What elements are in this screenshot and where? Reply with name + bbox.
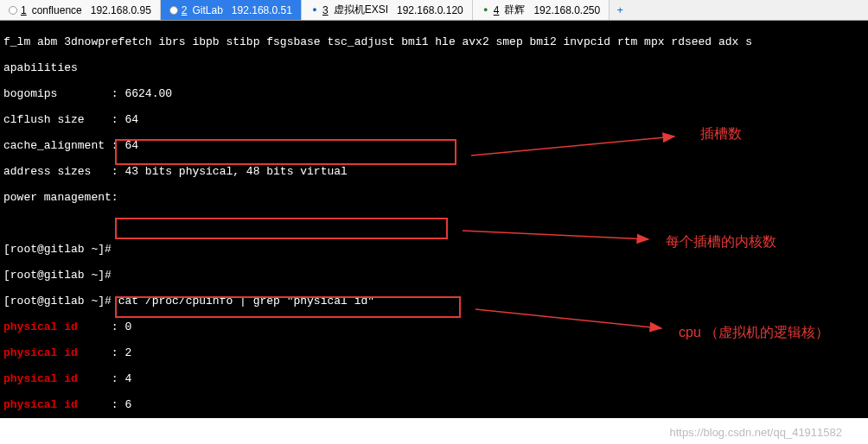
cpu-flags-line: f_lm abm 3dnowprefetch ibrs ibpb stibp f… [3,35,865,48]
physid-row: physical id : 4 [3,372,865,385]
tab-confluence[interactable]: 1 confluence 192.168.0.95 [0,0,161,20]
watermark: https://blog.csdn.net/qq_41911582 [670,426,843,439]
tab-exsi[interactable]: ● 3 虚拟机EXSI 192.168.0.120 [302,0,473,20]
tab-num: 1 [21,4,27,16]
status-icon: ● [310,6,319,15]
bogomips-line: bogomips : 6624.00 [3,87,865,100]
tab-ip: 192.168.0.95 [91,4,151,16]
cmd1-line: [root@gitlab ~]# cat /proc/cpuinfo | gre… [3,295,865,308]
power-mgmt-line: power management: [3,191,865,204]
clflush-line: clflush size : 64 [3,113,865,126]
tab-label: GitLab [193,4,223,16]
physid-row: physical id : 6 [3,398,865,411]
terminal-output[interactable]: f_lm abm 3dnowprefetch ibrs ibpb stibp f… [0,21,868,418]
addr-sizes-line: address sizes : 43 bits physical, 48 bit… [3,165,865,178]
add-tab-button[interactable]: + [610,0,630,20]
blank-line [3,217,865,230]
status-icon: ● [482,6,490,15]
status-icon [169,6,178,15]
status-icon [9,6,17,15]
tab-synology[interactable]: ● 4 群辉 192.168.0.250 [473,0,610,20]
tab-num: 2 [182,4,188,16]
annotation-cpu: cpu （虚拟机的逻辑核） [679,324,829,342]
tab-bar: 1 confluence 192.168.0.95 2 GitLab 192.1… [0,0,868,21]
tab-num: 4 [494,4,500,16]
tab-label: 虚拟机EXSI [334,3,388,17]
tab-gitlab[interactable]: 2 GitLab 192.168.0.51 [161,0,302,20]
annotation-slots: 插槽数 [700,125,742,143]
tab-label: confluence [32,4,82,16]
tab-ip: 192.168.0.250 [533,4,600,16]
tab-num: 3 [322,4,329,16]
tab-ip: 192.168.0.120 [397,4,463,16]
tab-label: 群辉 [504,3,525,17]
tab-ip: 192.168.0.51 [232,4,292,16]
physid-row: physical id : 2 [3,346,865,359]
apabilities-line: apabilities [3,61,865,74]
prompt-line: [root@gitlab ~]# [3,269,865,282]
annotation-cores: 每个插槽的内核数 [666,233,776,251]
